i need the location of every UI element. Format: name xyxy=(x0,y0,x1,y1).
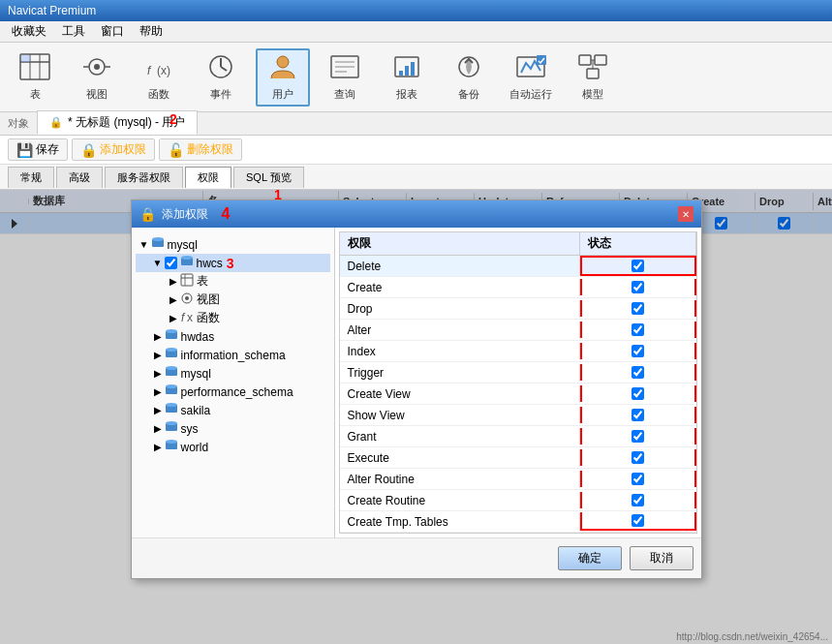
toolbar-event[interactable]: 事件 xyxy=(194,48,248,107)
hwcs-checkbox[interactable] xyxy=(165,257,177,269)
svg-point-34 xyxy=(181,256,193,260)
perm-row-execute[interactable]: Execute xyxy=(340,447,696,469)
sub-tab-general[interactable]: 常规 xyxy=(8,167,54,188)
perm-alter-checkbox[interactable] xyxy=(632,323,644,336)
perm-status-execute[interactable] xyxy=(580,449,696,466)
perm-row-create[interactable]: Create xyxy=(340,277,696,298)
perm-drop-checkbox[interactable] xyxy=(632,302,644,315)
delete-permission-button[interactable]: 🔓 删除权限 xyxy=(159,138,242,161)
toolbar-table[interactable]: 表 xyxy=(8,48,62,107)
tree-expander-sys: ▶ xyxy=(151,423,165,434)
perm-status-create-routine[interactable] xyxy=(580,492,696,508)
perm-status-drop[interactable] xyxy=(580,300,696,317)
toolbar-model[interactable]: 模型 xyxy=(566,48,620,107)
add-permission-button[interactable]: 🔒 添加权限 xyxy=(72,138,155,161)
toolbar-view[interactable]: 视图 xyxy=(70,48,124,107)
tree-node-sys[interactable]: ▶ sys xyxy=(136,419,330,438)
tree-node-mysql-root[interactable]: ▼ mysql xyxy=(136,235,330,254)
tree-expander-mysql-db: ▶ xyxy=(151,368,165,379)
perm-row-create-routine[interactable]: Create Routine xyxy=(340,490,696,511)
add-permission-label: 添加权限 xyxy=(100,141,146,158)
sub-tab-permissions[interactable]: 权限 xyxy=(185,167,231,188)
perm-show-view-checkbox[interactable] xyxy=(632,409,644,421)
toolbar-user[interactable]: 用户 xyxy=(256,48,310,107)
perm-create-view-checkbox[interactable] xyxy=(632,387,644,400)
toolbar-autorun[interactable]: 自动运行 xyxy=(504,48,558,107)
sub-tab-sql-preview[interactable]: SQL 预览 xyxy=(233,167,304,188)
tree-node-info-schema[interactable]: ▶ information_schema xyxy=(136,346,330,364)
toolbar-function[interactable]: f (x) 函数 xyxy=(132,48,186,107)
tree-panel: ▼ mysql ▼ hwcs 3 xyxy=(132,228,335,537)
tree-node-mysql-db[interactable]: ▶ mysql xyxy=(136,364,330,383)
tree-node-hwcs-table[interactable]: ▶ 表 xyxy=(136,272,330,291)
toolbar-query[interactable]: 查询 xyxy=(318,48,372,107)
mysql-root-icon xyxy=(151,236,165,253)
perm-status-alter[interactable] xyxy=(580,322,696,338)
function-icon: f (x) xyxy=(143,53,174,85)
modal-close-button[interactable]: ✕ xyxy=(678,206,693,222)
perm-create-checkbox[interactable] xyxy=(632,281,644,293)
menu-favorites[interactable]: 收藏夹 xyxy=(4,21,54,42)
perm-alter-routine-checkbox[interactable] xyxy=(632,473,644,485)
perm-status-create-view[interactable] xyxy=(580,385,696,402)
toolbar-report[interactable]: 报表 xyxy=(380,48,434,107)
hwdas-icon xyxy=(165,328,178,345)
tree-node-hwdas[interactable]: ▶ hwdas xyxy=(136,327,330,346)
info-schema-icon xyxy=(165,347,178,363)
perm-row-show-view[interactable]: Show View xyxy=(340,405,696,426)
perm-row-delete[interactable]: Delete xyxy=(340,256,696,277)
tree-label-world: world xyxy=(181,441,209,454)
perm-index-checkbox[interactable] xyxy=(632,345,644,357)
save-button[interactable]: 💾 保存 xyxy=(8,138,68,161)
cancel-button[interactable]: 取消 xyxy=(630,546,693,570)
perm-row-index[interactable]: Index xyxy=(340,341,696,362)
tree-node-world[interactable]: ▶ world xyxy=(136,438,330,456)
perm-name-grant: Grant xyxy=(340,428,580,445)
perm-status-alter-routine[interactable] xyxy=(580,471,696,487)
sub-tab-server-perm[interactable]: 服务器权限 xyxy=(105,167,183,188)
perm-row-grant[interactable]: Grant xyxy=(340,426,696,447)
perm-status-grant[interactable] xyxy=(580,428,696,445)
perm-name-delete: Delete xyxy=(340,258,580,275)
perm-create-tmp-checkbox[interactable] xyxy=(632,514,644,527)
perm-status-delete[interactable] xyxy=(580,256,696,276)
perm-row-create-tmp[interactable]: Create Tmp. Tables xyxy=(340,511,696,533)
perm-row-create-view[interactable]: Create View xyxy=(340,383,696,405)
perm-status-show-view[interactable] xyxy=(580,407,696,423)
perm-status-trigger[interactable] xyxy=(580,364,696,381)
hwcs-icon xyxy=(180,255,194,271)
toolbar-user-label: 用户 xyxy=(272,87,293,102)
tree-node-sakila[interactable]: ▶ sakila xyxy=(136,401,330,419)
perm-delete-checkbox[interactable] xyxy=(632,260,644,272)
menu-window[interactable]: 窗口 xyxy=(93,21,132,42)
perm-row-trigger[interactable]: Trigger xyxy=(340,362,696,383)
tree-node-hwcs-view[interactable]: ▶ 视图 xyxy=(136,291,330,309)
perm-name-create: Create xyxy=(340,279,580,296)
menu-tools[interactable]: 工具 xyxy=(54,21,93,42)
perm-execute-checkbox[interactable] xyxy=(632,451,644,464)
svg-point-39 xyxy=(185,296,189,300)
tree-node-hwcs[interactable]: ▼ hwcs 3 xyxy=(136,254,330,272)
ok-button[interactable]: 确定 xyxy=(558,546,622,570)
toolbar-backup[interactable]: 备份 xyxy=(442,48,496,107)
perm-row-alter-routine[interactable]: Alter Routine xyxy=(340,469,696,490)
perm-status-index[interactable] xyxy=(580,343,696,359)
sub-tab-advanced[interactable]: 高级 xyxy=(56,167,103,188)
tree-node-hwcs-func[interactable]: ▶ fx 函数 xyxy=(136,309,330,327)
modal-title-bar: 🔒 添加权限 4 ✕ xyxy=(132,200,701,228)
perm-row-drop[interactable]: Drop xyxy=(340,298,696,320)
modal-title-text: 添加权限 xyxy=(162,206,208,223)
lock-icon: 🔒 xyxy=(49,116,63,128)
perm-row-alter[interactable]: Alter xyxy=(340,320,696,341)
perm-trigger-checkbox[interactable] xyxy=(632,366,644,379)
menu-help[interactable]: 帮助 xyxy=(132,21,170,42)
perm-grant-checkbox[interactable] xyxy=(632,430,644,443)
svg-point-6 xyxy=(94,64,100,70)
event-icon xyxy=(205,53,236,85)
perm-status-create[interactable] xyxy=(580,279,696,295)
perm-create-routine-checkbox[interactable] xyxy=(632,494,644,506)
perm-name-execute: Execute xyxy=(340,449,580,467)
tree-node-perf-schema[interactable]: ▶ performance_schema xyxy=(136,383,330,401)
perm-status-create-tmp[interactable] xyxy=(580,512,696,531)
toolbar-autorun-label: 自动运行 xyxy=(509,87,552,102)
